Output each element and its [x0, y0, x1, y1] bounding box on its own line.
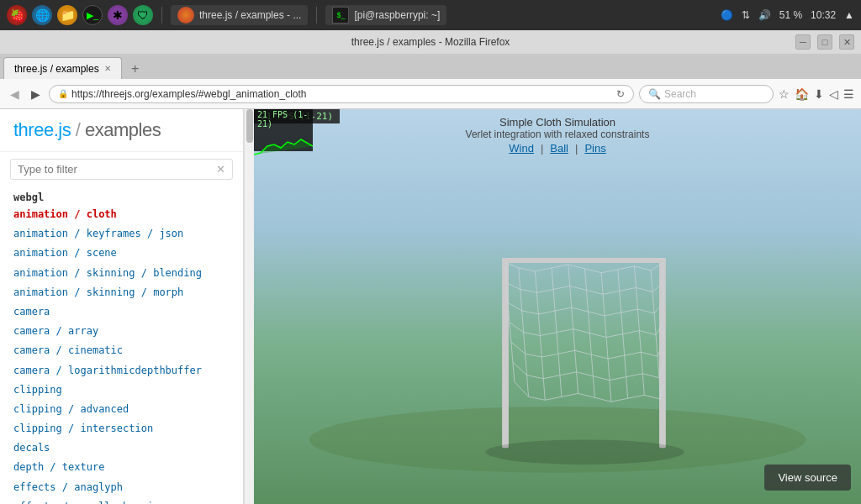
logo-threejs: three.js	[13, 119, 71, 140]
forward-button[interactable]: ▶	[28, 86, 44, 102]
browser-title: three.js / examples - Mozilla Firefox	[351, 36, 510, 48]
browser-taskbar-item[interactable]: three.js / examples - ...	[171, 5, 308, 25]
clock: 10:32	[811, 9, 836, 21]
download-button[interactable]: ⬇	[814, 87, 824, 101]
tab-bar: three.js / examples ✕ +	[0, 54, 861, 79]
bookmark-star-button[interactable]: ☆	[779, 87, 790, 101]
tab-close-icon[interactable]: ✕	[104, 64, 111, 73]
new-tab-button[interactable]: +	[125, 59, 145, 79]
fps-label: 21 FPS (1-21)	[254, 109, 313, 129]
sidebar-item[interactable]: camera / logarithmicdepthbuffer	[0, 361, 243, 381]
demo-area: 21 FPS (1-21) Simple Cloth Simulation Ve…	[254, 109, 861, 504]
sidebar-list: animation / clothanimation / keyframes /…	[0, 205, 243, 504]
active-tab[interactable]: three.js / examples ✕	[3, 57, 122, 79]
terminal-taskbar-title: [pi@raspberrypi: ~]	[354, 9, 440, 21]
reload-icon[interactable]: ↻	[616, 88, 625, 100]
filter-clear-icon[interactable]: ✕	[216, 163, 225, 176]
search-bar[interactable]: 🔍 Search	[639, 85, 774, 103]
wolf-icon[interactable]: ✱	[108, 5, 128, 25]
sound-icon: 🔊	[758, 9, 771, 21]
browser-taskbar-title: three.js / examples - ...	[199, 9, 301, 21]
network-icon: ⇅	[742, 9, 750, 21]
view-source-button[interactable]: View source	[764, 465, 851, 491]
globe-icon[interactable]: 🌐	[32, 5, 52, 25]
search-placeholder: Search	[664, 88, 696, 100]
scroll-thumb[interactable]	[246, 109, 253, 143]
bluetooth-icon: 🔵	[721, 9, 733, 21]
window-controls: ─ □ ✕	[795, 34, 854, 50]
pocket-button[interactable]: ◁	[829, 87, 838, 101]
sidebar-item[interactable]: effects / anaglyph	[0, 478, 243, 497]
firefox-icon	[177, 7, 194, 24]
sidebar-item[interactable]: animation / skinning / morph	[0, 283, 243, 302]
tab-label: three.js / examples	[14, 63, 99, 75]
address-bar: ◀ ▶ 🔒 https://threejs.org/examples/#webg…	[0, 79, 861, 109]
svg-rect-3	[502, 258, 666, 263]
url-bar[interactable]: 🔒 https://threejs.org/examples/#webgl_an…	[49, 85, 634, 103]
raspberry-icon[interactable]: 🍓	[7, 5, 27, 25]
folder-icon[interactable]: 📁	[57, 5, 77, 25]
sidebar: three.js / examples ✕ webgl animation / …	[0, 109, 244, 504]
browser-chrome: three.js / examples - Mozilla Firefox ─ …	[0, 30, 861, 109]
sidebar-item[interactable]: depth / texture	[0, 458, 243, 477]
home-button[interactable]: 🏠	[795, 87, 809, 101]
svg-rect-2	[659, 258, 666, 448]
cloth-simulation-canvas	[254, 109, 861, 497]
lock-icon: 🔒	[58, 89, 68, 98]
sidebar-item[interactable]: animation / cloth	[0, 205, 243, 224]
menu-button[interactable]: ☰	[843, 87, 854, 101]
sidebar-item[interactable]: camera	[0, 302, 243, 322]
sidebar-item[interactable]: clipping / advanced	[0, 400, 243, 419]
svg-rect-1	[502, 258, 509, 448]
sidebar-item[interactable]: effects / parallaxbarrier	[0, 497, 243, 504]
sidebar-item[interactable]: animation / scene	[0, 244, 243, 263]
fps-graph: 21 FPS (1-21)	[254, 109, 313, 151]
filter-box[interactable]: ✕	[10, 159, 233, 180]
sidebar-header: three.js / examples	[0, 109, 243, 152]
toolbar-icons: ☆ 🏠 ⬇ ◁ ☰	[779, 87, 854, 101]
sidebar-logo: three.js / examples	[13, 119, 230, 141]
sidebar-scrollbar[interactable]	[244, 109, 254, 504]
sep1	[161, 7, 162, 24]
maximize-button[interactable]: □	[817, 34, 832, 50]
svg-point-4	[485, 439, 684, 465]
terminal-taskbar-icon: $_	[332, 7, 349, 24]
sidebar-section-webgl: webgl	[0, 186, 243, 205]
search-icon: 🔍	[648, 88, 661, 100]
sep2	[316, 7, 317, 24]
terminal-taskbar-item[interactable]: $_ [pi@raspberrypi: ~]	[325, 5, 446, 25]
sidebar-item[interactable]: camera / array	[0, 322, 243, 341]
sidebar-item[interactable]: decals	[0, 438, 243, 458]
taskbar: 🍓 🌐 📁 ▶_ ✱ 🛡 three.js / examples - ... $…	[0, 0, 861, 30]
minimize-button[interactable]: ─	[795, 34, 811, 50]
logo-slash: /	[71, 119, 85, 140]
shield-icon[interactable]: 🛡	[133, 5, 153, 25]
arrow-icon: ▲	[844, 9, 854, 21]
sidebar-item[interactable]: clipping	[0, 381, 243, 400]
browser-title-bar: three.js / examples - Mozilla Firefox ─ …	[0, 30, 861, 54]
taskbar-right: 🔵 ⇅ 🔊 51 % 10:32 ▲	[721, 9, 854, 21]
main-content: three.js / examples ✕ webgl animation / …	[0, 109, 861, 504]
close-button[interactable]: ✕	[839, 34, 854, 50]
logo-examples: examples	[85, 119, 161, 140]
sidebar-item[interactable]: clipping / intersection	[0, 419, 243, 438]
back-button[interactable]: ◀	[7, 86, 23, 102]
battery-indicator: 51 %	[779, 9, 802, 21]
terminal-icon[interactable]: ▶_	[82, 5, 103, 25]
sidebar-item[interactable]: animation / keyframes / json	[0, 224, 243, 244]
url-text: https://threejs.org/examples/#webgl_anim…	[71, 88, 613, 100]
sidebar-item[interactable]: camera / cinematic	[0, 341, 243, 360]
filter-input[interactable]	[18, 163, 216, 176]
sidebar-item[interactable]: animation / skinning / blending	[0, 264, 243, 283]
